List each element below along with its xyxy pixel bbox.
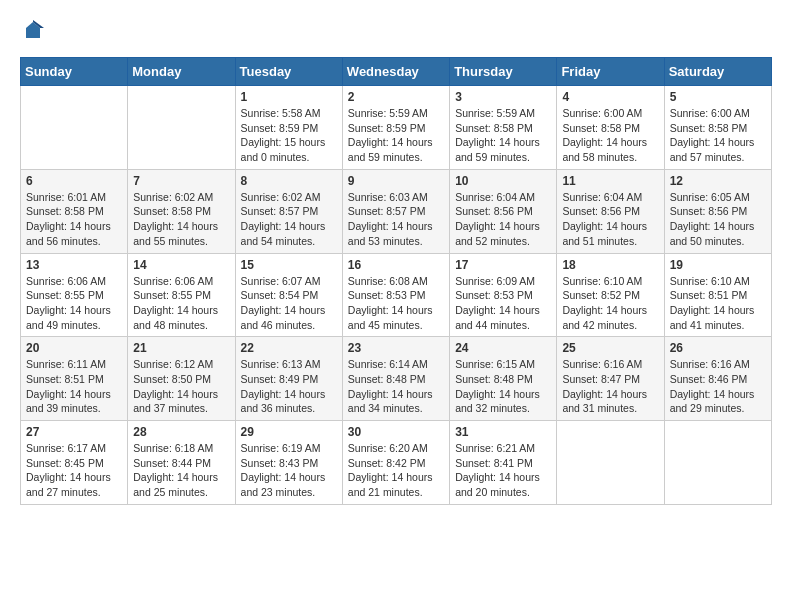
cell-content: Sunrise: 5:59 AM Sunset: 8:58 PM Dayligh… [455, 106, 551, 165]
page-header [20, 20, 772, 47]
day-number: 14 [133, 258, 229, 272]
calendar-week-row: 27Sunrise: 6:17 AM Sunset: 8:45 PM Dayli… [21, 421, 772, 505]
day-number: 6 [26, 174, 122, 188]
cell-content: Sunrise: 6:11 AM Sunset: 8:51 PM Dayligh… [26, 357, 122, 416]
cell-content: Sunrise: 6:21 AM Sunset: 8:41 PM Dayligh… [455, 441, 551, 500]
calendar-cell: 22Sunrise: 6:13 AM Sunset: 8:49 PM Dayli… [235, 337, 342, 421]
calendar-cell: 10Sunrise: 6:04 AM Sunset: 8:56 PM Dayli… [450, 169, 557, 253]
calendar-cell: 13Sunrise: 6:06 AM Sunset: 8:55 PM Dayli… [21, 253, 128, 337]
calendar-cell: 21Sunrise: 6:12 AM Sunset: 8:50 PM Dayli… [128, 337, 235, 421]
calendar-cell: 5Sunrise: 6:00 AM Sunset: 8:58 PM Daylig… [664, 86, 771, 170]
calendar-cell: 18Sunrise: 6:10 AM Sunset: 8:52 PM Dayli… [557, 253, 664, 337]
cell-content: Sunrise: 5:58 AM Sunset: 8:59 PM Dayligh… [241, 106, 337, 165]
cell-content: Sunrise: 6:19 AM Sunset: 8:43 PM Dayligh… [241, 441, 337, 500]
day-number: 18 [562, 258, 658, 272]
day-number: 21 [133, 341, 229, 355]
calendar-cell: 15Sunrise: 6:07 AM Sunset: 8:54 PM Dayli… [235, 253, 342, 337]
cell-content: Sunrise: 6:16 AM Sunset: 8:47 PM Dayligh… [562, 357, 658, 416]
day-number: 11 [562, 174, 658, 188]
cell-content: Sunrise: 6:18 AM Sunset: 8:44 PM Dayligh… [133, 441, 229, 500]
day-number: 3 [455, 90, 551, 104]
day-number: 10 [455, 174, 551, 188]
day-header-thursday: Thursday [450, 58, 557, 86]
day-header-tuesday: Tuesday [235, 58, 342, 86]
calendar-cell: 7Sunrise: 6:02 AM Sunset: 8:58 PM Daylig… [128, 169, 235, 253]
cell-content: Sunrise: 6:15 AM Sunset: 8:48 PM Dayligh… [455, 357, 551, 416]
cell-content: Sunrise: 6:10 AM Sunset: 8:52 PM Dayligh… [562, 274, 658, 333]
cell-content: Sunrise: 6:06 AM Sunset: 8:55 PM Dayligh… [133, 274, 229, 333]
cell-content: Sunrise: 6:10 AM Sunset: 8:51 PM Dayligh… [670, 274, 766, 333]
cell-content: Sunrise: 6:16 AM Sunset: 8:46 PM Dayligh… [670, 357, 766, 416]
calendar-week-row: 1Sunrise: 5:58 AM Sunset: 8:59 PM Daylig… [21, 86, 772, 170]
day-number: 7 [133, 174, 229, 188]
cell-content: Sunrise: 6:06 AM Sunset: 8:55 PM Dayligh… [26, 274, 122, 333]
cell-content: Sunrise: 5:59 AM Sunset: 8:59 PM Dayligh… [348, 106, 444, 165]
cell-content: Sunrise: 6:01 AM Sunset: 8:58 PM Dayligh… [26, 190, 122, 249]
calendar-table: SundayMondayTuesdayWednesdayThursdayFrid… [20, 57, 772, 505]
cell-content: Sunrise: 6:00 AM Sunset: 8:58 PM Dayligh… [562, 106, 658, 165]
cell-content: Sunrise: 6:14 AM Sunset: 8:48 PM Dayligh… [348, 357, 444, 416]
calendar-cell: 14Sunrise: 6:06 AM Sunset: 8:55 PM Dayli… [128, 253, 235, 337]
day-number: 24 [455, 341, 551, 355]
day-header-saturday: Saturday [664, 58, 771, 86]
day-number: 22 [241, 341, 337, 355]
day-number: 12 [670, 174, 766, 188]
day-number: 29 [241, 425, 337, 439]
calendar-cell [664, 421, 771, 505]
cell-content: Sunrise: 6:20 AM Sunset: 8:42 PM Dayligh… [348, 441, 444, 500]
day-number: 25 [562, 341, 658, 355]
day-header-wednesday: Wednesday [342, 58, 449, 86]
day-number: 4 [562, 90, 658, 104]
day-number: 1 [241, 90, 337, 104]
day-number: 26 [670, 341, 766, 355]
calendar-cell: 19Sunrise: 6:10 AM Sunset: 8:51 PM Dayli… [664, 253, 771, 337]
cell-content: Sunrise: 6:12 AM Sunset: 8:50 PM Dayligh… [133, 357, 229, 416]
calendar-cell: 29Sunrise: 6:19 AM Sunset: 8:43 PM Dayli… [235, 421, 342, 505]
day-number: 5 [670, 90, 766, 104]
calendar-cell: 4Sunrise: 6:00 AM Sunset: 8:58 PM Daylig… [557, 86, 664, 170]
cell-content: Sunrise: 6:02 AM Sunset: 8:58 PM Dayligh… [133, 190, 229, 249]
calendar-cell: 20Sunrise: 6:11 AM Sunset: 8:51 PM Dayli… [21, 337, 128, 421]
cell-content: Sunrise: 6:00 AM Sunset: 8:58 PM Dayligh… [670, 106, 766, 165]
calendar-cell [21, 86, 128, 170]
calendar-header-row: SundayMondayTuesdayWednesdayThursdayFrid… [21, 58, 772, 86]
day-number: 8 [241, 174, 337, 188]
calendar-cell: 2Sunrise: 5:59 AM Sunset: 8:59 PM Daylig… [342, 86, 449, 170]
calendar-week-row: 6Sunrise: 6:01 AM Sunset: 8:58 PM Daylig… [21, 169, 772, 253]
day-number: 2 [348, 90, 444, 104]
calendar-cell: 31Sunrise: 6:21 AM Sunset: 8:41 PM Dayli… [450, 421, 557, 505]
logo-icon [22, 20, 44, 42]
cell-content: Sunrise: 6:09 AM Sunset: 8:53 PM Dayligh… [455, 274, 551, 333]
cell-content: Sunrise: 6:07 AM Sunset: 8:54 PM Dayligh… [241, 274, 337, 333]
calendar-cell: 9Sunrise: 6:03 AM Sunset: 8:57 PM Daylig… [342, 169, 449, 253]
calendar-cell: 25Sunrise: 6:16 AM Sunset: 8:47 PM Dayli… [557, 337, 664, 421]
cell-content: Sunrise: 6:03 AM Sunset: 8:57 PM Dayligh… [348, 190, 444, 249]
day-header-friday: Friday [557, 58, 664, 86]
day-number: 16 [348, 258, 444, 272]
cell-content: Sunrise: 6:13 AM Sunset: 8:49 PM Dayligh… [241, 357, 337, 416]
calendar-cell: 23Sunrise: 6:14 AM Sunset: 8:48 PM Dayli… [342, 337, 449, 421]
day-number: 13 [26, 258, 122, 272]
day-number: 15 [241, 258, 337, 272]
cell-content: Sunrise: 6:05 AM Sunset: 8:56 PM Dayligh… [670, 190, 766, 249]
calendar-cell: 3Sunrise: 5:59 AM Sunset: 8:58 PM Daylig… [450, 86, 557, 170]
calendar-cell: 26Sunrise: 6:16 AM Sunset: 8:46 PM Dayli… [664, 337, 771, 421]
calendar-cell: 16Sunrise: 6:08 AM Sunset: 8:53 PM Dayli… [342, 253, 449, 337]
calendar-cell: 17Sunrise: 6:09 AM Sunset: 8:53 PM Dayli… [450, 253, 557, 337]
calendar-week-row: 20Sunrise: 6:11 AM Sunset: 8:51 PM Dayli… [21, 337, 772, 421]
day-number: 20 [26, 341, 122, 355]
calendar-week-row: 13Sunrise: 6:06 AM Sunset: 8:55 PM Dayli… [21, 253, 772, 337]
calendar-cell: 27Sunrise: 6:17 AM Sunset: 8:45 PM Dayli… [21, 421, 128, 505]
day-number: 28 [133, 425, 229, 439]
cell-content: Sunrise: 6:02 AM Sunset: 8:57 PM Dayligh… [241, 190, 337, 249]
calendar-cell: 11Sunrise: 6:04 AM Sunset: 8:56 PM Dayli… [557, 169, 664, 253]
logo [20, 20, 44, 47]
cell-content: Sunrise: 6:04 AM Sunset: 8:56 PM Dayligh… [562, 190, 658, 249]
cell-content: Sunrise: 6:17 AM Sunset: 8:45 PM Dayligh… [26, 441, 122, 500]
calendar-cell: 24Sunrise: 6:15 AM Sunset: 8:48 PM Dayli… [450, 337, 557, 421]
calendar-cell: 28Sunrise: 6:18 AM Sunset: 8:44 PM Dayli… [128, 421, 235, 505]
day-number: 23 [348, 341, 444, 355]
day-number: 31 [455, 425, 551, 439]
day-number: 19 [670, 258, 766, 272]
day-number: 27 [26, 425, 122, 439]
